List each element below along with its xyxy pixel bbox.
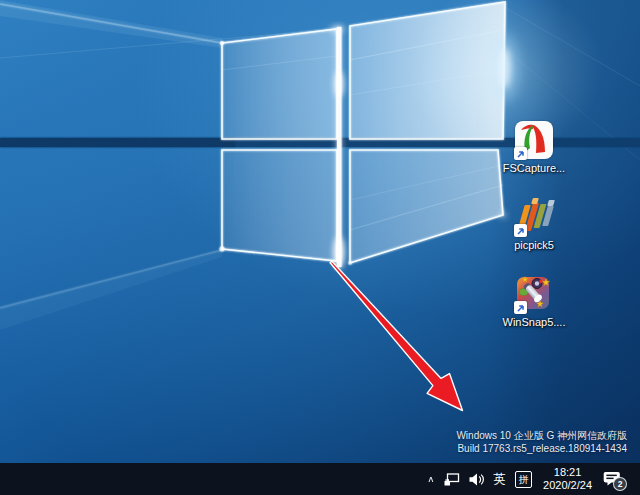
desktop-icon-label: WinSnap5.... [496, 316, 572, 329]
ime-mode-indicator[interactable]: 拼 [515, 463, 532, 495]
desktop-icon-winsnap[interactable]: WinSnap5.... [496, 275, 572, 329]
clock-time: 18:21 [543, 466, 592, 479]
taskbar: ∧ 英 拼 18:21 2020/2/24 [0, 463, 640, 495]
clock-date: 2020/2/24 [543, 479, 592, 492]
desktop-icon-fscapture[interactable]: FSCapture... [496, 121, 572, 175]
network-tray-button[interactable] [444, 463, 460, 495]
shortcut-arrow-icon [514, 224, 527, 237]
picpick-icon [515, 198, 553, 236]
chevron-up-icon: ∧ [427, 474, 434, 483]
ime-pinyin-icon: 拼 [515, 471, 532, 488]
desktop-icon-picpick[interactable]: picpick5 [496, 198, 572, 252]
shortcut-arrow-icon [514, 147, 527, 160]
shortcut-arrow-icon [514, 301, 527, 314]
hidden-icons-chevron[interactable]: ∧ [427, 463, 434, 495]
watermark-build-line: Build 17763.rs5_release.180914-1434 [456, 442, 627, 455]
notification-badge: 2 [613, 477, 627, 491]
language-indicator[interactable]: 英 [494, 463, 507, 495]
windows-desktop: FSCapture... picpick5 [0, 0, 640, 495]
desktop-icon-label: FSCapture... [496, 162, 572, 175]
network-icon [444, 473, 460, 486]
volume-tray-button[interactable] [469, 463, 485, 495]
volume-icon [469, 473, 485, 486]
annotation-arrow [330, 261, 462, 410]
desktop-icon-label: picpick5 [496, 239, 572, 252]
system-clock[interactable]: 18:21 2020/2/24 [543, 466, 592, 492]
windows-version-watermark: Windows 10 企业版 G 神州网信政府版 Build 17763.rs5… [456, 429, 627, 455]
watermark-edition-line: Windows 10 企业版 G 神州网信政府版 [456, 429, 627, 442]
action-center-button[interactable]: 2 [603, 463, 628, 495]
